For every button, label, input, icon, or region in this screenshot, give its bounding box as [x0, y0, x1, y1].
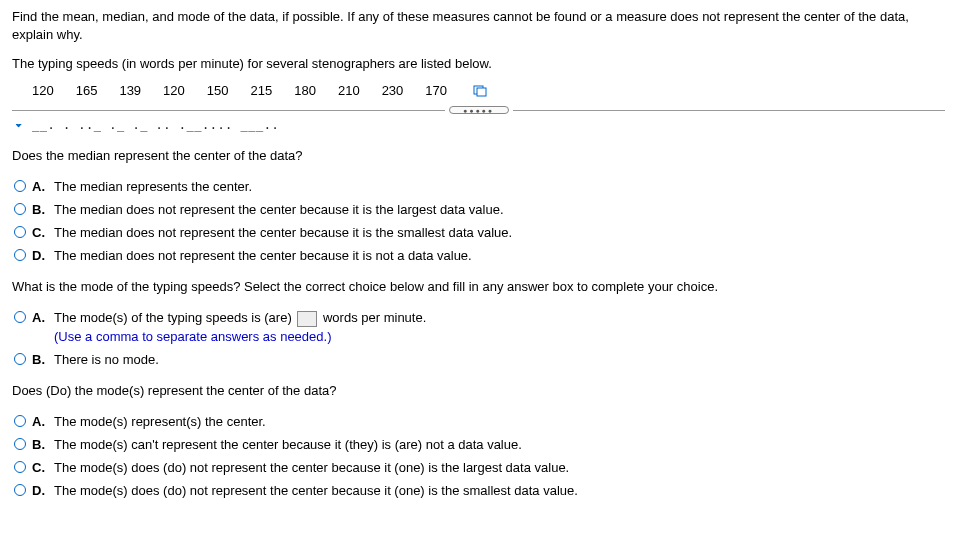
option-label: A. [32, 179, 48, 194]
radio-q1-b[interactable] [14, 203, 26, 215]
options-q2: A. The mode(s) of the typing speeds is (… [12, 310, 945, 367]
option-q3-d: D. The mode(s) does (do) not represent t… [12, 483, 945, 498]
option-q2-a: A. The mode(s) of the typing speeds is (… [12, 310, 945, 344]
question-median-center: Does the median represent the center of … [12, 148, 945, 163]
option-text: The mode(s) does (do) not represent the … [54, 460, 945, 475]
radio-q1-c[interactable] [14, 226, 26, 238]
mode-answer-input[interactable] [297, 311, 317, 327]
option-pre-text: The mode(s) of the typing speeds is (are… [54, 310, 292, 325]
option-q1-c: C. The median does not represent the cen… [12, 225, 945, 240]
scroll-divider: ●●●●● [12, 106, 945, 114]
data-value: 150 [207, 83, 229, 98]
data-row: 120 165 139 120 150 215 180 210 230 170 [12, 83, 945, 98]
data-value: 165 [76, 83, 98, 98]
scenario-text: The typing speeds (in words per minute) … [12, 56, 945, 71]
option-q3-a: A. The mode(s) represent(s) the center. [12, 414, 945, 429]
data-value: 210 [338, 83, 360, 98]
data-value: 180 [294, 83, 316, 98]
option-label: B. [32, 437, 48, 452]
option-post-text: words per minute. [323, 310, 426, 325]
radio-q3-b[interactable] [14, 438, 26, 450]
data-value: 120 [32, 83, 54, 98]
radio-q3-d[interactable] [14, 484, 26, 496]
scroll-handle[interactable]: ●●●●● [449, 106, 509, 114]
option-q1-d: D. The median does not represent the cen… [12, 248, 945, 263]
option-text: The median represents the center. [54, 179, 945, 194]
option-q1-a: A. The median represents the center. [12, 179, 945, 194]
option-label: D. [32, 248, 48, 263]
divider-line [12, 110, 445, 111]
problem-intro: Find the mean, median, and mode of the d… [12, 8, 945, 44]
option-label: A. [32, 414, 48, 429]
option-q2-b: B. There is no mode. [12, 352, 945, 367]
svg-rect-1 [477, 88, 486, 96]
divider-line [513, 110, 946, 111]
data-value: 170 [425, 83, 447, 98]
data-value: 139 [119, 83, 141, 98]
option-text: The median does not represent the center… [54, 225, 945, 240]
answer-hint: (Use a comma to separate answers as need… [54, 329, 945, 344]
option-text: The mode(s) of the typing speeds is (are… [54, 310, 945, 344]
data-value: 120 [163, 83, 185, 98]
options-q3: A. The mode(s) represent(s) the center. … [12, 414, 945, 498]
option-label: A. [32, 310, 48, 325]
option-label: B. [32, 202, 48, 217]
option-text: The mode(s) represent(s) the center. [54, 414, 945, 429]
radio-q3-a[interactable] [14, 415, 26, 427]
data-value: 230 [382, 83, 404, 98]
radio-q3-c[interactable] [14, 461, 26, 473]
option-label: C. [32, 225, 48, 240]
option-label: D. [32, 483, 48, 498]
options-q1: A. The median represents the center. B. … [12, 179, 945, 263]
option-text: The median does not represent the center… [54, 248, 945, 263]
radio-q2-a[interactable] [14, 311, 26, 323]
data-value: 215 [251, 83, 273, 98]
question-mode: What is the mode of the typing speeds? S… [12, 279, 945, 294]
question-mode-center: Does (Do) the mode(s) represent the cent… [12, 383, 945, 398]
option-q1-b: B. The median does not represent the cen… [12, 202, 945, 217]
checkmark-icon [14, 124, 26, 131]
option-q3-c: C. The mode(s) does (do) not represent t… [12, 460, 945, 475]
cutoff-previous-option: __. . .._ ._ ._ .. .__.... ___.. [12, 124, 945, 134]
option-label: C. [32, 460, 48, 475]
copy-dataset-icon[interactable] [473, 85, 487, 97]
option-text: The median does not represent the center… [54, 202, 945, 217]
radio-q1-d[interactable] [14, 249, 26, 261]
option-text: There is no mode. [54, 352, 945, 367]
radio-q2-b[interactable] [14, 353, 26, 365]
option-label: B. [32, 352, 48, 367]
option-text: The mode(s) can't represent the center b… [54, 437, 945, 452]
grip-dots-icon: ●●●●● [463, 107, 494, 114]
option-text: The mode(s) does (do) not represent the … [54, 483, 945, 498]
radio-q1-a[interactable] [14, 180, 26, 192]
option-q3-b: B. The mode(s) can't represent the cente… [12, 437, 945, 452]
cutoff-text: __. . .._ ._ ._ .. .__.... ___.. [32, 124, 279, 132]
